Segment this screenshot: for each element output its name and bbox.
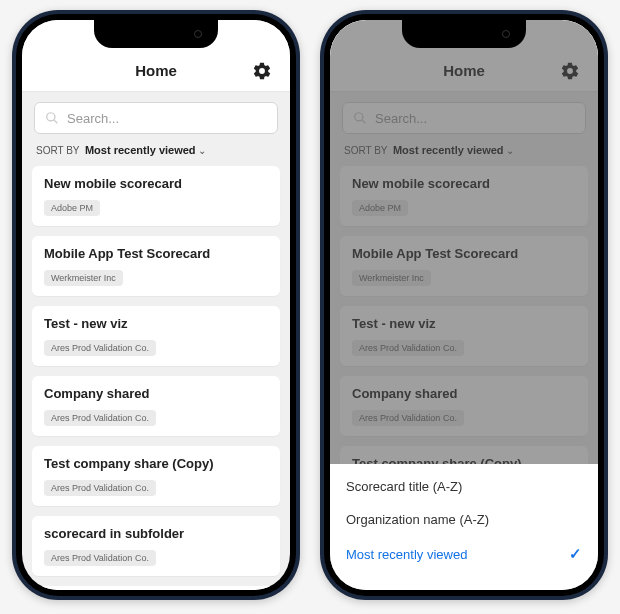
sort-value: Most recently viewed [85, 144, 196, 156]
list-item[interactable]: scorecard in subfolder Ares Prod Validat… [32, 516, 280, 576]
device-notch [94, 20, 218, 48]
list-item[interactable]: New mobile scorecard Adobe PM [32, 166, 280, 226]
scorecard-list: New mobile scorecard Adobe PM Mobile App… [22, 166, 290, 590]
list-item[interactable]: Mobile App Test Scorecard Werkmeister In… [32, 236, 280, 296]
device-left: Home Search... SORT BY Most recently vie… [12, 10, 300, 600]
list-item[interactable]: Company shared Ares Prod Validation Co. [32, 376, 280, 436]
sort-option-recent[interactable]: Most recently viewed ✓ [346, 536, 582, 572]
org-tag: Werkmeister Inc [44, 270, 123, 286]
org-tag: Ares Prod Validation Co. [44, 340, 156, 356]
device-right: Home Search... SORT BY Most recently vie… [320, 10, 608, 600]
org-tag: Ares Prod Validation Co. [44, 550, 156, 566]
sort-by-control[interactable]: SORT BY Most recently viewed⌄ [22, 142, 290, 166]
settings-button[interactable] [252, 61, 272, 81]
page-title: Home [135, 62, 177, 79]
search-icon [45, 111, 59, 125]
check-icon: ✓ [569, 545, 582, 563]
gear-icon [252, 61, 272, 81]
org-tag: Ares Prod Validation Co. [44, 410, 156, 426]
sort-label: SORT BY [36, 145, 79, 156]
sort-option-org[interactable]: Organization name (A-Z) [346, 503, 582, 536]
search-placeholder: Search... [67, 111, 119, 126]
list-item[interactable]: Test company share (Copy) Ares Prod Vali… [32, 446, 280, 506]
list-item[interactable]: Test - new viz Ares Prod Validation Co. [32, 306, 280, 366]
sort-sheet: Scorecard title (A-Z) Organization name … [330, 464, 598, 590]
chevron-down-icon: ⌄ [198, 145, 206, 156]
list-item[interactable]: Holiday Reporting Health PNW [32, 586, 280, 590]
sort-option-title[interactable]: Scorecard title (A-Z) [346, 470, 582, 503]
org-tag: Ares Prod Validation Co. [44, 480, 156, 496]
search-input[interactable]: Search... [34, 102, 278, 134]
org-tag: Adobe PM [44, 200, 100, 216]
device-notch [402, 20, 526, 48]
